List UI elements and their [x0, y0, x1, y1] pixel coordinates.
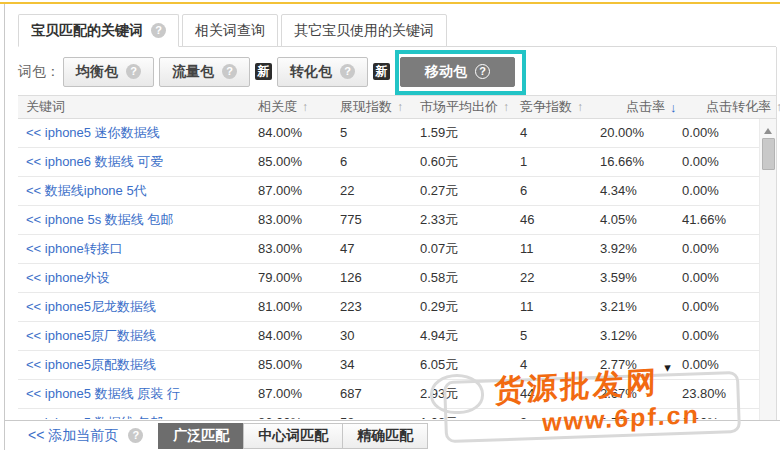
cell-conversion-rate: 0.00% — [674, 409, 759, 419]
cell-competition-index: 1 — [512, 148, 592, 176]
keyword-link[interactable]: << iphone5 迷你数据线 — [26, 125, 160, 140]
cell-competition-index: 22 — [512, 264, 592, 292]
cell-conversion-rate: 0.00% — [674, 235, 759, 263]
keyword-link[interactable]: << iphone5 数据线 包邮 — [26, 415, 163, 419]
help-icon[interactable]: ? — [128, 428, 143, 443]
keyword-link[interactable]: << iphone5 数据线 原装 行 — [26, 386, 180, 401]
match-button-exact[interactable]: 精确匹配 — [342, 423, 428, 449]
cell-impression-index: 34 — [332, 351, 412, 379]
cell-competition-index: 5 — [512, 322, 592, 350]
help-icon[interactable]: ? — [126, 64, 141, 79]
tab-matched-keywords[interactable]: 宝贝匹配的关键词? — [18, 14, 179, 47]
cell-conversion-rate: 0.00% — [674, 293, 759, 321]
wordpack-button-label: 转化包 — [290, 63, 332, 81]
column-header-ctr[interactable]: 点击率↓ — [592, 96, 674, 118]
table-body: << iphone5 迷你数据线84.00%51.59元420.00%0.00%… — [18, 119, 776, 420]
wordpack-item-mobile: 移动包? — [395, 50, 526, 95]
cell-keyword: << iphone转接口 — [18, 235, 250, 263]
cell-avg-market-price: 1.08元 — [412, 409, 512, 419]
column-label: 点击率 — [626, 98, 665, 116]
add-current-page-link[interactable]: << 添加当前页 — [28, 427, 118, 445]
tab-label: 其它宝贝使用的关键词 — [294, 22, 434, 40]
cell-avg-market-price: 0.29元 — [412, 293, 512, 321]
cell-conversion-rate: 0.00% — [674, 322, 759, 350]
keyword-link[interactable]: << iphone转接口 — [26, 241, 123, 256]
cell-keyword: << iphone外设 — [18, 264, 250, 292]
wordpack-item-conversion: 转化包?新 — [277, 57, 390, 87]
sort-arrow-up-icon: ↑ — [503, 100, 509, 114]
cell-ctr: 20.00% — [592, 119, 674, 147]
cell-impression-index: 5 — [332, 119, 412, 147]
keyword-link[interactable]: << iphone5尼龙数据线 — [26, 299, 156, 314]
column-label: 相关度 — [258, 98, 297, 116]
wordpack-item-balanced: 均衡包? — [63, 57, 154, 87]
wordpack-button-conversion[interactable]: 转化包? — [277, 57, 368, 87]
column-header-competition-index[interactable]: 竞争指数↑ — [512, 96, 592, 118]
vertical-scrollbar[interactable] — [759, 119, 776, 420]
cell-relevance: 79.00% — [250, 264, 332, 292]
help-icon[interactable]: ? — [151, 23, 166, 38]
wordpack-button-balanced[interactable]: 均衡包? — [63, 57, 154, 87]
scroll-up-arrow-icon[interactable] — [764, 124, 772, 134]
tab-bar: 宝贝匹配的关键词?相关词查询其它宝贝使用的关键词 — [18, 13, 776, 47]
cell-competition-index: 46 — [512, 206, 592, 234]
column-header-impression-index[interactable]: 展现指数↑ — [332, 96, 412, 118]
column-header-relevance[interactable]: 相关度↑ — [250, 96, 332, 118]
cell-avg-market-price: 1.59元 — [412, 119, 512, 147]
tab-related-word-query[interactable]: 相关词查询 — [182, 14, 278, 47]
cell-keyword: << iphone5尼龙数据线 — [18, 293, 250, 321]
tab-label: 宝贝匹配的关键词 — [31, 22, 143, 40]
keyword-link[interactable]: << iphone外设 — [26, 270, 110, 285]
sort-arrow-up-icon: ↑ — [577, 100, 583, 114]
cell-competition-index: 11 — [512, 293, 592, 321]
cell-conversion-rate: 41.66% — [674, 206, 759, 234]
cell-avg-market-price: 6.05元 — [412, 351, 512, 379]
wordpack-button-mobile[interactable]: 移动包? — [400, 57, 515, 87]
cell-relevance: 84.00% — [250, 119, 332, 147]
match-button-broad[interactable]: 广泛匹配 — [158, 423, 244, 449]
wordpack-button-label: 均衡包 — [76, 63, 118, 81]
cell-conversion-rate: 0.00% — [674, 148, 759, 176]
match-button-center-word[interactable]: 中心词匹配 — [243, 423, 343, 449]
cell-conversion-rate: 0.00% — [674, 119, 759, 147]
table-row: << 数据线iphone 5代87.00%220.27元64.34%0.00% — [18, 177, 759, 206]
keyword-link[interactable]: << 数据线iphone 5代 — [26, 183, 147, 198]
cell-relevance: 86.00% — [250, 409, 332, 419]
table-row: << iphone5原配数据线85.00%346.05元42.77%0.00% — [18, 351, 759, 380]
scrollbar-thumb[interactable] — [762, 138, 775, 170]
table-row: << iphone5 数据线 原装 行87.00%6872.93元442.67%… — [18, 380, 759, 409]
keyword-link[interactable]: << iphone6 数据线 可爱 — [26, 154, 163, 169]
column-header-keyword[interactable]: 关键词 — [18, 96, 250, 118]
tab-other-items-keywords[interactable]: 其它宝贝使用的关键词 — [281, 14, 447, 47]
cell-relevance: 87.00% — [250, 177, 332, 205]
cell-conversion-rate: 0.00% — [674, 351, 759, 379]
wordpack-button-traffic[interactable]: 流量包? — [159, 57, 250, 87]
cell-avg-market-price: 2.93元 — [412, 380, 512, 408]
table-row-partial: << iphone5 数据线 包邮86.00%581.08元92.52%0.00… — [18, 409, 759, 419]
cell-keyword: << iphone5 数据线 包邮 — [18, 409, 250, 419]
cell-ctr: 4.34% — [592, 177, 674, 205]
cell-ctr: 2.52% — [592, 409, 674, 419]
sort-arrow-up-icon: ↑ — [397, 100, 403, 114]
cell-impression-index: 30 — [332, 322, 412, 350]
table-row: << iphone5原厂数据线84.00%304.94元53.12%0.00% — [18, 322, 759, 351]
keyword-link[interactable]: << iphone5原厂数据线 — [26, 328, 156, 343]
column-header-avg-market-price[interactable]: 市场平均出价↑ — [412, 96, 512, 118]
table-row: << iphone6 数据线 可爱85.00%60.60元116.66%0.00… — [18, 148, 759, 177]
table-rows: << iphone5 迷你数据线84.00%51.59元420.00%0.00%… — [18, 119, 759, 419]
help-icon[interactable]: ? — [222, 64, 237, 79]
cell-relevance: 87.00% — [250, 380, 332, 408]
cell-conversion-rate: 0.00% — [674, 177, 759, 205]
help-icon[interactable]: ? — [475, 64, 490, 79]
keyword-link[interactable]: << iphone 5s 数据线 包邮 — [26, 212, 173, 227]
keyword-link[interactable]: << iphone5原配数据线 — [26, 357, 156, 372]
column-header-conversion-rate[interactable]: 点击转化率↑ — [674, 96, 776, 118]
cell-avg-market-price: 2.33元 — [412, 206, 512, 234]
cell-relevance: 81.00% — [250, 293, 332, 321]
cell-ctr: 3.92% — [592, 235, 674, 263]
wordpack-label: 词包： — [18, 63, 60, 81]
cell-impression-index: 58 — [332, 409, 412, 419]
cell-keyword: << iphone5 数据线 原装 行 — [18, 380, 250, 408]
help-icon[interactable]: ? — [340, 64, 355, 79]
new-badge: 新 — [373, 63, 390, 80]
